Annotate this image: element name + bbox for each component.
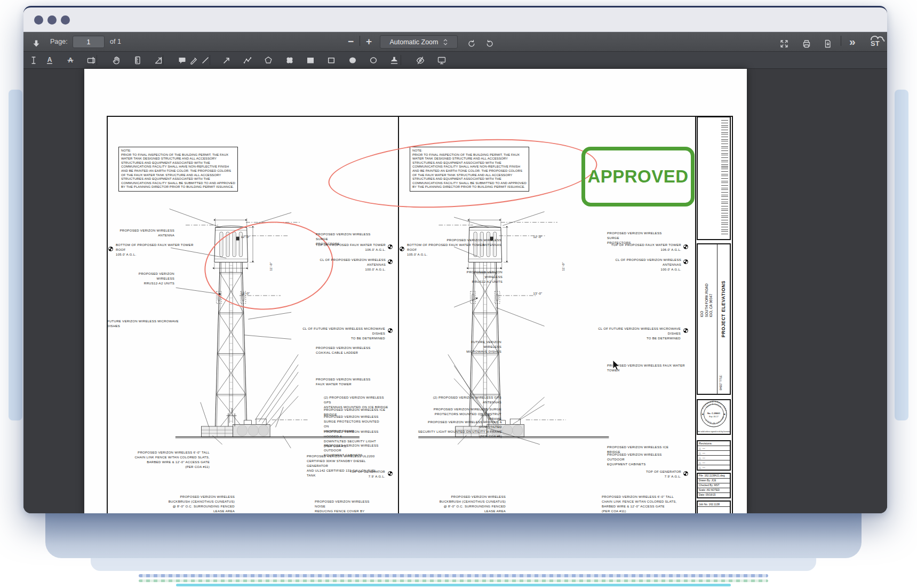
elevation-marker-icon <box>388 259 393 264</box>
cloud-tool[interactable] <box>282 53 297 68</box>
select-text-tool[interactable] <box>26 53 41 68</box>
job-number: Job No. 162.1138 <box>698 502 730 507</box>
select-caret-icon <box>443 38 448 46</box>
screen-capture-tool[interactable] <box>434 53 449 68</box>
line-icon <box>201 55 210 65</box>
zoom-level-select[interactable]: Automatic Zoom <box>380 35 458 49</box>
file-info-row: Drawn By: JCE <box>698 479 730 483</box>
protractor-tool[interactable] <box>151 53 166 68</box>
job-number-box: Job No. 162.1138 <box>697 500 731 513</box>
drawing-label: TOP OF PROPOSED FAUX WATER TOWER 106.0' … <box>611 243 681 252</box>
revision-row: △— <box>698 465 730 470</box>
select-text-icon <box>29 55 38 65</box>
ruler-tool[interactable] <box>130 53 145 68</box>
stamp-icon <box>389 55 399 65</box>
pdf-viewer-area[interactable]: NOTE: PRIOR TO FINAL INSPECTION OF THE B… <box>23 69 887 513</box>
svg-text:LICENSED ARCHITECT: LICENSED ARCHITECT <box>701 400 728 412</box>
approved-stamp-text: APPROVED <box>587 166 688 187</box>
drawing-label: PROPOSED VERIZON WIRELESS COAXIAL CABLE … <box>316 346 376 355</box>
filled-rectangle-tool[interactable] <box>303 53 318 68</box>
page-label: Page: <box>50 32 68 51</box>
window-maximize-button[interactable] <box>61 15 70 25</box>
note-box-left: NOTE: PRIOR TO FINAL INSPECTION OF THE B… <box>118 147 238 192</box>
rotate-ccw-icon <box>485 39 495 49</box>
print-button[interactable] <box>799 34 814 53</box>
zoom-level-value: Automatic Zoom <box>389 38 438 46</box>
hide-annotations-tool[interactable] <box>413 53 428 68</box>
revisions-label: Revisions: <box>698 441 730 446</box>
hide-annotations-icon <box>416 55 425 65</box>
drawing-label: PROPOSED VERIZON WIRELESS BUCKBRUSH (CEA… <box>407 495 506 513</box>
ellipse-tool[interactable] <box>366 53 381 68</box>
drawing-label: FUTURE VERIZON WIRELESS MICROWAVE DISHES <box>454 340 501 354</box>
print-icon <box>802 39 811 49</box>
approved-stamp[interactable]: APPROVED <box>581 147 695 206</box>
line-tool[interactable] <box>198 53 213 68</box>
arrow-tool[interactable] <box>219 53 234 68</box>
pdf-page: NOTE: PRIOR TO FINAL INSPECTION OF THE B… <box>84 69 747 513</box>
stamp-tool[interactable] <box>387 53 402 68</box>
polyline-tool[interactable] <box>240 53 255 68</box>
fullscreen-icon <box>779 39 789 49</box>
elevation-marker-icon <box>388 328 393 333</box>
svg-text:Exp. 06-17: Exp. 06-17 <box>709 416 718 418</box>
drawing-label: BOTTOM OF PROPOSED FAUX WATER TOWER ROOF… <box>407 243 487 257</box>
drawing-label: TOP OF GENERATOR 7.9' A.G.L. <box>336 470 385 479</box>
revision-row: △— <box>698 460 730 465</box>
elevation-marker-icon <box>388 244 393 249</box>
filled-ellipse-tool[interactable] <box>345 53 360 68</box>
polyline-icon <box>243 55 252 65</box>
background-band <box>45 513 862 558</box>
protractor-icon <box>154 55 163 65</box>
revisions-box: Revisions: △—△—△—△—△— <box>697 440 731 471</box>
file-info-row: Date: 09/16/15 <box>698 493 730 498</box>
brand-logo[interactable]: ST <box>866 34 887 49</box>
drawing-label: PROPOSED VERIZON WIRELESS NOISE REDUCING… <box>315 499 376 513</box>
drawing-label: BOTTOM OF PROPOSED FAUX WATER TOWER ROOF… <box>116 243 196 257</box>
download-arrow-icon <box>31 39 41 49</box>
window-close-button[interactable] <box>34 15 43 25</box>
underline-text-tool[interactable]: A <box>42 53 57 68</box>
underline-text-icon: A <box>45 55 54 65</box>
annotation-toolbar: AA <box>23 52 887 69</box>
page-number-input[interactable] <box>73 36 105 48</box>
rectangle-tool[interactable] <box>324 53 339 68</box>
window-minimize-button[interactable] <box>47 15 57 25</box>
download-file-icon <box>823 39 833 49</box>
file-info-box: File: 162.1138A21.dwgDrawn By: JCEChecke… <box>697 473 731 498</box>
drawing-label: FUTURE VERIZON WIRELESS MICROWAVE DISHES <box>107 319 182 329</box>
elevation-marker-icon <box>388 471 393 476</box>
pan-hand-tool[interactable] <box>109 53 124 68</box>
zoom-in-button[interactable]: + <box>366 32 372 51</box>
browser-window: Page: of 1 − + Automatic Zoom » <box>23 6 887 513</box>
fullscreen-button[interactable] <box>777 34 792 53</box>
drawing-label: PROPOSED VERIZON WIRELESS HOODED & DOWNT… <box>413 420 502 439</box>
zoom-out-button[interactable]: − <box>348 32 354 51</box>
strikethrough-text-tool[interactable]: A <box>63 53 78 68</box>
window-titlebar[interactable] <box>23 7 887 32</box>
drawing-label: CL OF PROPOSED VERIZON WIRELESS ANTENNAS… <box>600 258 681 272</box>
drawing-label: TOP OF GENERATOR 7.9' A.G.L. <box>632 470 681 479</box>
ruler-icon <box>133 55 142 65</box>
download-file-button[interactable] <box>820 34 835 53</box>
pdf-toolbar: Page: of 1 − + Automatic Zoom » <box>23 32 887 52</box>
refresh-button[interactable] <box>464 34 479 53</box>
pencil-icon <box>189 55 198 65</box>
rotate-button[interactable] <box>482 34 497 53</box>
svg-text:No. C-28001: No. C-28001 <box>707 412 721 415</box>
titleblock-micro-text <box>721 120 728 235</box>
background-stripe-green <box>139 579 768 582</box>
elevation-marker-icon <box>108 247 113 251</box>
drawing-label: (2) PROPOSED VERIZON WIRELESS GPS ANTENN… <box>429 395 501 405</box>
page-count-label: of 1 <box>110 32 121 51</box>
elevation-marker-icon <box>683 471 688 476</box>
more-tools-button[interactable]: » <box>849 32 856 51</box>
cloud-icon: ST <box>866 35 887 49</box>
drawing-label: CL OF FUTURE VERIZON WIRELESS MICROWAVE … <box>593 327 681 341</box>
screen-capture-icon <box>437 55 446 65</box>
titleblock-inner-divider <box>717 244 717 394</box>
elevation-marker-icon <box>400 247 404 251</box>
polygon-tool[interactable] <box>261 53 276 68</box>
save-download-button[interactable] <box>29 34 44 53</box>
project-address: IGO SOUTH FORK ROAD IGO, CA 96047 <box>700 283 714 317</box>
